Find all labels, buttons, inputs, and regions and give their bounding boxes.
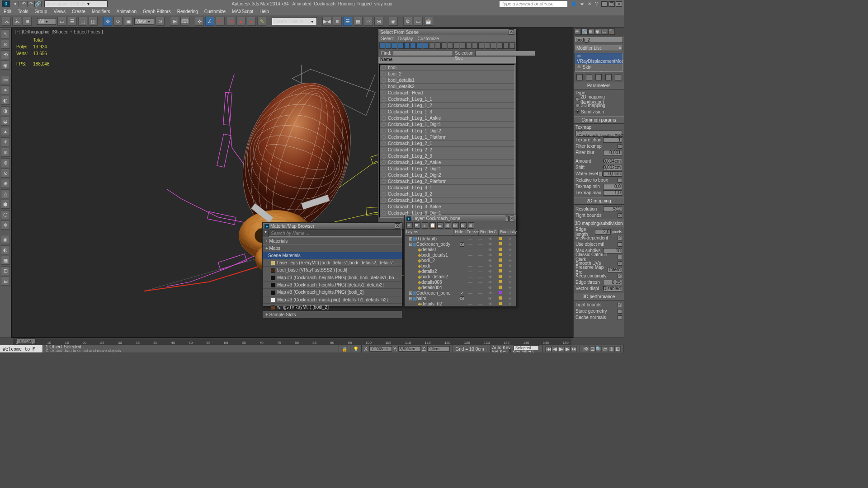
rollup-header[interactable]: 3D mapping/subdivision [574, 220, 624, 227]
pin-stack-button[interactable] [576, 74, 583, 80]
checkbox[interactable] [618, 213, 622, 218]
selection-filter-combo[interactable]: All▾ [37, 18, 56, 25]
left-tool-11[interactable]: ☀ [1, 137, 10, 146]
align-button[interactable]: ≡ [333, 17, 342, 26]
snap-toggle-button[interactable]: ⊹ [195, 17, 204, 26]
spinner[interactable]: -0,002cm [603, 165, 622, 170]
layer-row[interactable]: ◆ bodi_details1——👁☀ [406, 252, 515, 258]
sfs-item[interactable]: bodi_details2 [380, 84, 514, 90]
select-link-button[interactable]: ⫘ [2, 17, 11, 26]
sfs-item[interactable]: bodi [380, 65, 514, 71]
sfs-item[interactable]: Cockroach_LLeg_1_Platform [380, 134, 514, 141]
display-tab[interactable]: ▭ [602, 28, 608, 35]
sfs-titlebar[interactable]: Select From Scene✕ [378, 29, 516, 35]
curve-editor-button[interactable]: 〰 [364, 17, 373, 26]
left-tool-25[interactable]: ⊟ [1, 277, 10, 286]
mmb-item[interactable]: Map #3 (Cockroach_heights.PNG) [details1… [263, 281, 402, 288]
sfs-filter-16[interactable] [478, 42, 484, 49]
layer-manager-button[interactable]: ☰ [343, 17, 352, 26]
keyboard-shortcut-button[interactable]: ⌨ [180, 17, 189, 26]
mmb-options-button[interactable]: ▾ [263, 229, 268, 237]
prev-frame-button[interactable]: ◀ [552, 346, 558, 352]
sfs-item[interactable]: Cockroach_LLeg_2_Digit2 [380, 172, 514, 178]
select-manipulate-button[interactable]: ⊞ [170, 17, 179, 26]
sfs-item[interactable]: Cockroach_LLeg_1_Ankle [380, 115, 514, 122]
rollup-header[interactable]: Parameters [574, 82, 624, 89]
configure-button[interactable] [615, 74, 621, 80]
ref-coord-combo[interactable]: View▾ [134, 18, 154, 25]
mmb-maps-section[interactable]: + Maps [263, 244, 402, 252]
menu-edit[interactable]: Edit [4, 9, 11, 14]
maxscript-mini[interactable]: Welcome to M [0, 345, 43, 352]
menu-views[interactable]: Views [53, 9, 66, 14]
sfs-filter-13[interactable] [460, 42, 466, 49]
select-object-button[interactable]: ▭ [57, 17, 66, 26]
close-button[interactable]: ✕ [616, 1, 622, 7]
select-scale-button[interactable]: ▣ [124, 17, 133, 26]
mmb-item[interactable]: bodi_base (VRayFastSSS2 ) [bodi] [263, 266, 402, 273]
left-tool-2[interactable]: ⟲ [1, 50, 10, 59]
sfs-item[interactable]: bodi_details1 [380, 77, 514, 84]
checkbox[interactable] [618, 144, 622, 149]
layer-tool-2[interactable]: ＋ [422, 222, 428, 229]
menu-create[interactable]: Create [72, 9, 85, 14]
sfs-filter-9[interactable] [435, 42, 441, 49]
sfs-filter-3[interactable] [398, 42, 404, 49]
checkbox[interactable] [598, 172, 603, 176]
percent-snap-button[interactable]: % [216, 17, 225, 26]
sfs-item[interactable]: Cockroach_LLeg_2_2 [380, 147, 514, 153]
checkbox[interactable] [618, 274, 622, 278]
left-tool-5[interactable]: ▭ [1, 75, 10, 84]
mmb-titlebar[interactable]: ▸Material/Map Browser ✕ [263, 223, 402, 229]
sfs-filter-12[interactable] [453, 42, 459, 49]
sfs-menu-select[interactable]: Select [381, 36, 394, 41]
radio[interactable] [576, 110, 580, 114]
maximize-vp-button[interactable]: ⊞ [614, 346, 621, 352]
left-tool-24[interactable]: ⊡ [1, 266, 10, 275]
spinner[interactable]: 0,001 [603, 150, 622, 155]
zoom-button[interactable]: 🔍 [595, 346, 602, 352]
show-end-button[interactable] [586, 74, 592, 80]
material-editor-button[interactable]: ◉ [389, 17, 398, 26]
layer-help-button[interactable]: ? [505, 216, 509, 221]
checkbox[interactable] [618, 261, 622, 266]
isolate-icon[interactable]: 💡 [353, 347, 359, 352]
sfs-item[interactable]: Cockroach_LLeg_3_2 [380, 191, 514, 197]
layer-tool-6[interactable]: ⊞ [453, 222, 459, 229]
sfs-item[interactable]: Cockroach_LLeg_2_3 [380, 153, 514, 160]
left-tool-7[interactable]: ◐ [1, 96, 10, 105]
layer-tool-5[interactable]: ⊞ [445, 222, 451, 229]
sfs-item[interactable]: Cockroach_LLeg_3_3 [380, 197, 514, 204]
menu-customize[interactable]: Customize [204, 9, 226, 14]
mmb-item[interactable]: wings (VRayMtl ) [bodi_2] [263, 303, 402, 310]
layer-tool-3[interactable]: 📋 [429, 222, 436, 229]
sfs-item[interactable]: Cockroach_LLeg_1_Digit2 [380, 128, 514, 134]
left-tool-17[interactable]: ⬢ [1, 200, 10, 209]
orbit-button[interactable]: ⊚ [608, 346, 614, 352]
left-tool-23[interactable]: ▦ [1, 256, 10, 265]
spinner[interactable]: 512 [603, 206, 622, 212]
checkbox[interactable] [618, 178, 622, 183]
sfs-close-button[interactable]: ✕ [509, 29, 514, 35]
spinner[interactable]: 0,05 [603, 280, 622, 285]
left-tool-10[interactable]: ▲ [1, 127, 10, 136]
spinner[interactable]: 0,004cm [603, 159, 622, 164]
edit-named-sel-button[interactable]: ⊡ [247, 17, 256, 26]
left-tool-15[interactable]: ⊕ [1, 179, 10, 188]
mmb-materials-section[interactable]: + Materials [263, 237, 402, 244]
modify-tab[interactable]: 🔧 [581, 28, 588, 35]
zoom-extents-button[interactable]: ⊡ [589, 346, 595, 352]
layer-tool-1[interactable]: ✖ [414, 222, 420, 229]
mmb-item[interactable]: Map #3 (Cockroach_heights.PNG) [bodi_2] [263, 288, 402, 296]
sfs-item[interactable]: Cockroach_LLeg_1_Digit1 [380, 122, 514, 128]
layer-row[interactable]: ⊞▦ 0 (default)——👁☀ [406, 236, 515, 241]
left-tool-22[interactable]: ◐ [1, 245, 10, 254]
motion-tab[interactable]: ◉ [595, 28, 601, 35]
layer-row[interactable]: ⊞▦ Cockroach_bone✓——👁☀ [406, 290, 515, 296]
fov-button[interactable]: ▱ [602, 346, 608, 352]
render-setup-button[interactable]: ⚙ [403, 17, 412, 26]
window-crossing-button[interactable]: ◫ [89, 17, 98, 26]
sfs-item[interactable]: Cockroach_LLeg_2_Platform [380, 178, 514, 185]
select-by-name-button[interactable]: ☰ [68, 17, 77, 26]
link-button[interactable]: 🔗 [34, 1, 42, 7]
